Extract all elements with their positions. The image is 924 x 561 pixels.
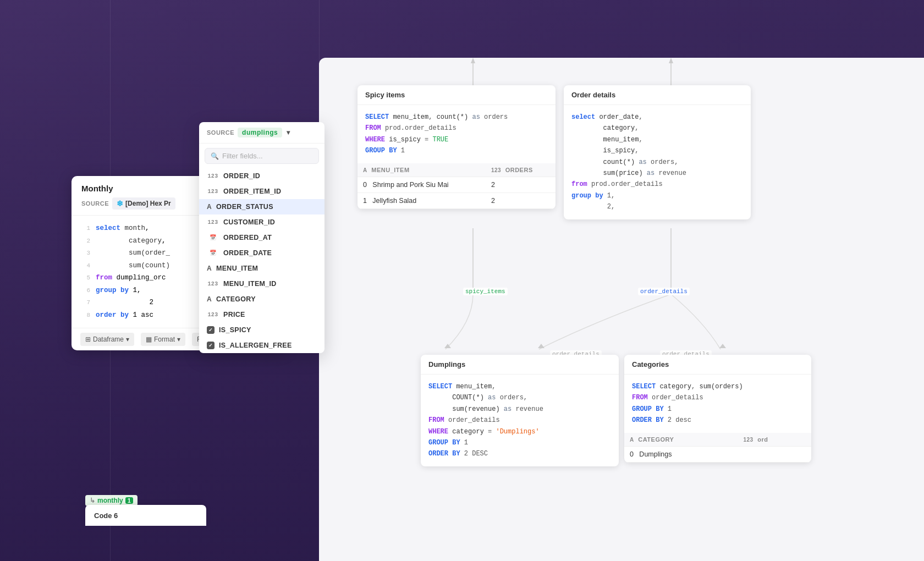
spicy-items-sql: SELECT menu_item, count(*) as orders FRO… xyxy=(358,105,556,163)
type-icon-order-date: 📅 xyxy=(207,250,219,256)
spicy-items-title: Spicy items xyxy=(358,85,556,105)
field-name-order-date: ORDER_DATE xyxy=(223,249,272,257)
dropdown-panel: SOURCE dumplings ▾ 🔍 Filter fields... 12… xyxy=(199,122,324,353)
type-icon-category: A xyxy=(207,295,212,303)
dataframe-button[interactable]: ⊞ Dataframe ▾ xyxy=(80,333,134,346)
svg-marker-2 xyxy=(719,344,726,348)
dropdown-header: SOURCE dumplings ▾ xyxy=(199,122,324,144)
field-item-customer-id[interactable]: 123 CUSTOMER_ID xyxy=(199,215,324,230)
search-placeholder[interactable]: Filter fields... xyxy=(222,152,263,160)
field-name-is-spicy: IS_SPICY xyxy=(219,326,251,334)
order-details-sql: select order_date, category, menu_item, … xyxy=(564,105,751,219)
field-item-order-item-id[interactable]: 123 ORDER_ITEM_ID xyxy=(199,184,324,199)
search-icon: 🔍 xyxy=(211,152,219,160)
field-name-ordered-at: ORDERED_AT xyxy=(223,234,272,241)
field-name-order-status: ORDER_STATUS xyxy=(216,203,273,211)
monthly-tag-label: monthly xyxy=(97,497,123,504)
type-icon-order-status: A xyxy=(207,203,212,211)
categories-card: Categories SELECT category, sum(orders) … xyxy=(624,355,811,463)
field-item-order-status[interactable]: A ORDER_STATUS xyxy=(199,199,324,215)
svg-marker-1 xyxy=(538,344,544,348)
field-name-menu-item: MENU_ITEM xyxy=(216,265,258,272)
type-icon-customer-id: 123 xyxy=(207,219,219,226)
svg-marker-3 xyxy=(471,58,475,63)
order-details-card: Order details select order_date, categor… xyxy=(564,85,751,219)
checkbox-is-spicy: ✓ xyxy=(207,326,215,334)
field-name-order-id: ORDER_ID xyxy=(223,172,260,180)
format-label: Format xyxy=(154,336,175,343)
dropdown-source-name: dumplings xyxy=(238,128,282,138)
format-button[interactable]: ▦ Format ▾ xyxy=(141,333,185,346)
dataframe-label: Dataframe xyxy=(93,336,124,343)
spicy-items-node-label: spicy_items xyxy=(463,288,508,295)
categories-sql: SELECT category, sum(orders) FROM order_… xyxy=(624,375,811,433)
dumplings-title: Dumplings xyxy=(421,355,619,375)
format-chevron: ▾ xyxy=(177,336,180,343)
code6-panel: Code 6 xyxy=(85,505,206,526)
svg-marker-4 xyxy=(669,58,673,63)
categories-title: Categories xyxy=(624,355,811,375)
field-item-category[interactable]: A CATEGORY xyxy=(199,292,324,307)
dataframe-icon: ⊞ xyxy=(85,336,91,343)
svg-marker-0 xyxy=(444,344,451,348)
field-item-is-spicy[interactable]: ✓ IS_SPICY xyxy=(199,322,324,338)
table-row: 1 Jellyfish Salad 2 xyxy=(358,193,556,208)
type-icon-ordered-at: 📅 xyxy=(207,234,219,241)
field-item-ordered-at[interactable]: 📅 ORDERED_AT xyxy=(199,230,324,245)
field-name-menu-item-id: MENU_ITEM_ID xyxy=(223,280,277,288)
field-item-menu-item[interactable]: A MENU_ITEM xyxy=(199,261,324,276)
dumplings-sql: SELECT menu_item, COUNT(*) as orders, su… xyxy=(421,375,619,466)
monthly-tag[interactable]: ↳ monthly 1 xyxy=(85,495,138,506)
type-icon-menu-item: A xyxy=(207,265,212,272)
type-icon-price: 123 xyxy=(207,312,219,318)
field-item-order-date[interactable]: 📅 ORDER_DATE xyxy=(199,245,324,261)
dropdown-source-label: SOURCE xyxy=(207,129,234,136)
spicy-items-table: A MENU_ITEM 123 ORDERS 0 Shrimp and Pork… xyxy=(358,163,556,209)
order-details-node-label: order_details xyxy=(638,288,690,295)
field-name-customer-id: CUSTOMER_ID xyxy=(223,218,275,226)
format-icon: ▦ xyxy=(146,336,152,343)
table-row: 0 Shrimp and Pork Siu Mai 2 xyxy=(358,177,556,193)
dataframe-chevron: ▾ xyxy=(126,336,129,343)
search-box[interactable]: 🔍 Filter fields... xyxy=(205,148,319,164)
categories-table: A CATEGORY 123 ord 0 Dumplings xyxy=(624,433,811,463)
field-item-menu-item-id[interactable]: 123 MENU_ITEM_ID xyxy=(199,276,324,292)
field-name-is-allergen-free: IS_ALLERGEN_FREE xyxy=(219,342,292,349)
field-item-price[interactable]: 123 PRICE xyxy=(199,307,324,322)
type-icon-order-id: 123 xyxy=(207,173,219,179)
snowflake-icon: ❄ xyxy=(117,199,123,208)
type-icon-order-item-id: 123 xyxy=(207,189,219,195)
field-list: 123 ORDER_ID 123 ORDER_ITEM_ID A ORDER_S… xyxy=(199,168,324,353)
code6-title: Code 6 xyxy=(94,512,118,520)
monthly-tag-icon: ↳ xyxy=(90,497,95,504)
spicy-items-card: Spicy items SELECT menu_item, count(*) a… xyxy=(358,85,556,209)
source-label: SOURCE xyxy=(81,200,109,207)
order-details-title: Order details xyxy=(564,85,751,105)
type-icon-menu-item-id: 123 xyxy=(207,281,219,287)
dropdown-chevron[interactable]: ▾ xyxy=(287,129,290,136)
dumplings-card: Dumplings SELECT menu_item, COUNT(*) as … xyxy=(421,355,619,466)
table-row: 0 Dumplings xyxy=(624,446,811,462)
field-item-is-allergen-free[interactable]: ✓ IS_ALLERGEN_FREE xyxy=(199,338,324,353)
canvas-area: Spicy items SELECT menu_item, count(*) a… xyxy=(319,58,924,561)
field-name-category: CATEGORY xyxy=(216,295,256,303)
source-name: [Demo] Hex Pr xyxy=(125,200,171,207)
source-badge[interactable]: ❄ [Demo] Hex Pr xyxy=(112,197,175,210)
field-name-order-item-id: ORDER_ITEM_ID xyxy=(223,188,281,195)
field-name-price: PRICE xyxy=(223,311,245,318)
checkbox-is-allergen-free: ✓ xyxy=(207,342,215,349)
field-item-order-id[interactable]: 123 ORDER_ID xyxy=(199,168,324,184)
monthly-tag-count: 1 xyxy=(125,497,133,504)
